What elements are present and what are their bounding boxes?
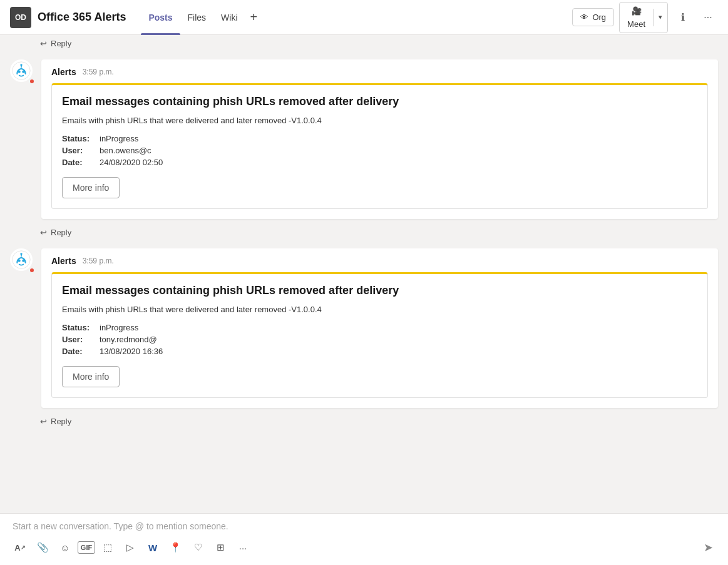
meet-chevron[interactable]: ▾ [654,9,667,25]
alert-title-1: Email messages containing phish URLs rem… [62,95,697,108]
compose-toolbar: A↗ 📎 ☺ GIF ⬚ ▷ W 📍 ♡ ⊞ ··· ➤ [10,537,718,557]
send-button[interactable]: ➤ [698,537,718,557]
alert-description-1: Emails with phish URLs that were deliver… [62,116,697,125]
emoji-icon[interactable]: ☺ [55,537,75,557]
nav-files[interactable]: Files [180,0,214,35]
compose-area: Start a new conversation. Type @ to ment… [0,513,728,565]
meet-label: Meet [627,19,645,29]
user-value-2: tony.redmond@ [100,335,157,344]
more-info-button-1[interactable]: More info [62,177,120,198]
status-value-2: inProgress [100,323,138,332]
attach-icon[interactable]: 📎 [33,537,53,557]
message-header-2: Alerts 3:59 p.m. [51,256,708,266]
topbar-actions: 👁 Org 🎥 Meet ▾ ℹ ··· [572,2,718,33]
alert-field-status-1: Status: inProgress [62,134,697,143]
svg-point-1 [18,71,21,73]
more-toolbar-icon[interactable]: ··· [233,537,253,557]
alert-title-2: Email messages containing phish URLs rem… [62,284,697,297]
bot-icon-2 [12,250,31,269]
user-label-1: User: [62,146,100,155]
meet-icon: 🎥 [632,6,642,16]
bot-icon [12,61,31,80]
org-label: Org [592,13,606,22]
alert-description-2: Emails with phish URLs that were deliver… [62,305,697,314]
info-button[interactable]: ℹ [673,8,693,28]
alert-field-user-2: User: tony.redmond@ [62,335,697,344]
alert-card-1: Email messages containing phish URLs rem… [51,83,708,209]
reply-arrow-icon: ↩ [40,39,47,48]
alert-card-2: Email messages containing phish URLs rem… [51,272,708,398]
message-time-2: 3:59 p.m. [83,257,114,265]
message-1: Alerts 3:59 p.m. Email messages containi… [5,52,723,224]
reply-arrow-icon-3: ↩ [40,417,47,426]
compose-placeholder[interactable]: Start a new conversation. Type @ to ment… [10,521,718,531]
more-options-button[interactable]: ··· [698,8,718,28]
reply-label-between: Reply [51,228,71,237]
delivery-icon[interactable]: ▷ [120,537,140,557]
alert-field-date-1: Date: 24/08/2020 02:50 [62,158,697,167]
meet-button[interactable]: 🎥 Meet [620,3,653,33]
svg-point-9 [20,253,22,255]
reply-row-between[interactable]: ↩ Reply [5,224,723,241]
alert-field-user-1: User: ben.owens@c [62,146,697,155]
alert-field-status-2: Status: inProgress [62,323,697,332]
reply-label-bottom: Reply [51,417,71,426]
status-label-2: Status: [62,323,100,332]
workspace-avatar: OD [10,7,31,28]
svg-point-7 [22,260,24,262]
nav-add-tab[interactable]: + [245,0,263,35]
reply-row-bottom[interactable]: ↩ Reply [5,413,723,430]
nav-wiki[interactable]: Wiki [213,0,245,35]
messages-area: ↩ Reply [0,35,728,513]
more-info-button-2[interactable]: More info [62,366,120,387]
message-header-1: Alerts 3:59 p.m. [51,67,708,77]
status-label-1: Status: [62,134,100,143]
user-value-1: ben.owens@c [100,146,151,155]
user-label-2: User: [62,335,100,344]
date-value-1: 24/08/2020 02:50 [100,158,163,167]
alert-field-date-2: Date: 13/08/2020 16:36 [62,347,697,356]
message-sender-1: Alerts [51,67,76,77]
location-icon[interactable]: 📍 [165,537,185,557]
praise-icon[interactable]: ♡ [188,537,208,557]
nav-posts[interactable]: Posts [141,0,180,35]
message-bubble-1: Alerts 3:59 p.m. Email messages containi… [41,59,718,219]
reply-arrow-icon-2: ↩ [40,228,47,237]
message-time-1: 3:59 p.m. [83,68,114,76]
message-sender-2: Alerts [51,256,76,266]
message-bubble-2: Alerts 3:59 p.m. Email messages containi… [41,248,718,408]
message-2: Alerts 3:59 p.m. Email messages containi… [5,241,723,413]
top-reply-row[interactable]: ↩ Reply [5,35,723,52]
alert-fields-2: Status: inProgress User: tony.redmond@ D… [62,323,697,356]
date-label-1: Date: [62,158,100,167]
word-icon[interactable]: W [143,537,163,557]
channel-title: Office 365 Alerts [38,11,126,24]
date-label-2: Date: [62,347,100,356]
topbar: OD Office 365 Alerts Posts Files Wiki + … [0,0,728,35]
top-reply-label: Reply [51,39,71,48]
channel-nav: Posts Files Wiki + [141,0,262,35]
alert-fields-1: Status: inProgress User: ben.owens@c Dat… [62,134,697,167]
sticker-icon[interactable]: ⬚ [98,537,118,557]
bot-avatar-1 [10,59,35,84]
bot-status-indicator [29,78,35,84]
svg-point-6 [18,260,21,262]
main-content: ↩ Reply [0,35,728,565]
meet-button-group: 🎥 Meet ▾ [619,2,668,33]
apps-icon[interactable]: ⊞ [210,537,230,557]
format-text-icon[interactable]: A↗ [10,537,30,557]
org-button[interactable]: 👁 Org [572,8,614,26]
org-icon: 👁 [580,13,588,22]
svg-point-4 [20,64,22,66]
gif-icon[interactable]: GIF [78,541,95,554]
bot-avatar-2 [10,248,35,273]
status-value-1: inProgress [100,134,138,143]
svg-point-2 [22,71,24,73]
date-value-2: 13/08/2020 16:36 [100,347,163,356]
bot-status-indicator-2 [29,267,35,273]
